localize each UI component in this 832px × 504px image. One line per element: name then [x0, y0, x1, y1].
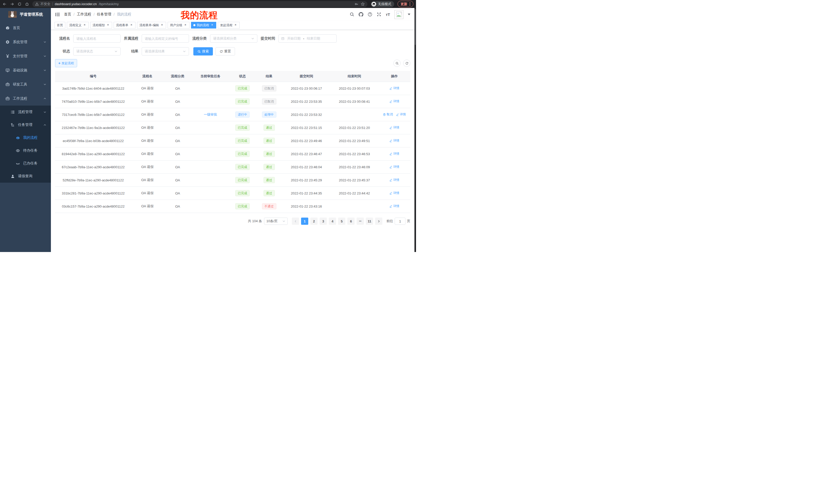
sidebar-menu: 首页系统管理支付管理基础设施研发工具工作流程流程管理任务管理我的流程待办任务已办… [0, 21, 51, 183]
close-icon[interactable]: × [130, 23, 133, 27]
logo[interactable]: 芋道管理系统 [0, 8, 51, 21]
reload-icon[interactable] [18, 2, 22, 6]
page-4-button[interactable]: 4 [329, 218, 336, 225]
avatar[interactable] [394, 10, 404, 19]
status-select[interactable]: 请选择状态 [73, 47, 121, 55]
page-2-button[interactable]: 2 [310, 218, 317, 225]
close-icon[interactable]: × [210, 23, 214, 27]
sidebar-item-done-tasks[interactable]: 已办任务 [0, 157, 51, 170]
detail-link[interactable]: 详情 [389, 138, 399, 143]
collapse-menu-icon[interactable] [55, 12, 60, 17]
tab-process-model[interactable]: 流程模型× [90, 22, 112, 29]
edit-icon [389, 192, 392, 195]
breadcrumb-home[interactable]: 首页 [64, 12, 71, 17]
chevron-up-icon [44, 123, 46, 127]
sidebar-item-payment[interactable]: 支付管理 [0, 49, 51, 63]
sidebar-item-home[interactable]: 首页 [0, 21, 51, 35]
process-definition-input[interactable] [142, 34, 189, 43]
browser-scrollbar[interactable] [414, 8, 416, 252]
github-icon[interactable] [359, 12, 363, 17]
scrollbar-thumb[interactable] [415, 9, 416, 45]
breadcrumb-workflow[interactable]: 工作流程 [77, 12, 91, 17]
tab-process-form[interactable]: 流程表单× [114, 22, 135, 29]
page-6-button[interactable]: 6 [347, 218, 355, 225]
detail-link[interactable]: 详情 [389, 86, 399, 90]
action-links: 详情 [389, 204, 399, 208]
reset-button[interactable]: 重置 [215, 47, 235, 55]
process-name-input[interactable] [73, 34, 121, 43]
sidebar-item-todo-tasks[interactable]: 待办任务 [0, 144, 51, 157]
close-icon[interactable]: × [106, 23, 110, 27]
update-button[interactable]: 更新 [397, 1, 413, 7]
start-process-button[interactable]: + 发起流程 [55, 59, 77, 67]
tab-process-definition[interactable]: 流程定义× [67, 22, 89, 29]
bookmark-star-icon[interactable] [361, 2, 365, 6]
action-label: 详情 [393, 204, 399, 208]
chevron-down-icon [183, 50, 186, 53]
breadcrumb-task-mgmt[interactable]: 任务管理 [97, 12, 111, 17]
sidebar-item-my-process[interactable]: 我的流程 [0, 131, 51, 144]
action-label: 详情 [400, 112, 406, 117]
home-icon[interactable] [25, 2, 29, 6]
show-search-button[interactable] [393, 60, 400, 67]
page-1-button[interactable]: 1 [301, 218, 308, 225]
cancel-link[interactable]: 取消 [383, 112, 393, 117]
tab-process-form-edit[interactable]: 流程表单-编辑× [137, 22, 166, 29]
cell-result: 通过 [256, 147, 283, 161]
detail-link[interactable]: 详情 [389, 191, 399, 195]
detail-link[interactable]: 详情 [389, 125, 399, 130]
sidebar-item-workflow[interactable]: 工作流程 [0, 91, 51, 106]
tab-home[interactable]: 首页 [54, 22, 65, 29]
page-size-select[interactable]: 10条/页 [264, 218, 288, 225]
status-tag: 已完成 [235, 151, 250, 157]
search-button[interactable]: 搜索 [193, 47, 213, 55]
more-pages-button[interactable]: ••• [357, 218, 364, 225]
process-category-select[interactable]: 请选择流程分类 [210, 34, 257, 43]
tab-start-process[interactable]: 发起流程× [218, 22, 240, 29]
close-icon[interactable]: × [83, 23, 86, 27]
current-task-link[interactable]: 一级审批 [204, 112, 217, 117]
close-icon[interactable]: × [234, 23, 237, 27]
page-11-button[interactable]: 11 [366, 218, 373, 225]
back-icon[interactable] [3, 2, 7, 6]
sidebar-item-leave-query[interactable]: 请假查询 [0, 170, 51, 183]
breadcrumb-current: 我的流程 [117, 12, 131, 17]
tab-my-process[interactable]: 我的流程× [191, 22, 216, 29]
page-5-button[interactable]: 5 [338, 218, 345, 225]
result-select[interactable]: 请选择流结果 [142, 47, 189, 55]
menu-dots-icon[interactable] [410, 4, 410, 4]
prev-page-button[interactable] [292, 218, 299, 225]
font-size-icon[interactable]: ᴛT [386, 12, 390, 17]
detail-link[interactable]: 详情 [389, 99, 399, 104]
goto-page-input[interactable] [395, 218, 406, 225]
site-security-badge[interactable]: 不安全 [35, 2, 50, 6]
avatar-dropdown-caret[interactable] [408, 13, 410, 15]
sidebar-item-task-mgmt[interactable]: 任务管理 [0, 118, 51, 131]
cell-end-time: 2022-01-22 23:49:51 [330, 134, 379, 147]
submit-time-range-picker[interactable]: 开始日期 - 结束日期 [279, 34, 337, 43]
detail-link[interactable]: 详情 [389, 165, 399, 169]
detail-link[interactable]: 详情 [396, 112, 406, 117]
page-3-button[interactable]: 3 [319, 218, 327, 225]
cell-result: 通过 [256, 134, 283, 147]
briefcase-icon [5, 96, 10, 101]
close-icon[interactable]: × [184, 23, 187, 27]
detail-link[interactable]: 详情 [389, 204, 399, 208]
detail-link[interactable]: 详情 [389, 151, 399, 156]
forward-icon[interactable] [10, 2, 14, 6]
sidebar-item-devtools[interactable]: 研发工具 [0, 77, 51, 91]
help-icon[interactable] [368, 12, 372, 17]
sidebar-item-process-mgmt[interactable]: 流程管理 [0, 106, 51, 118]
sidebar-item-system[interactable]: 系统管理 [0, 35, 51, 49]
detail-link[interactable]: 详情 [389, 178, 399, 182]
cell-end-time [330, 108, 379, 121]
search-icon[interactable] [350, 12, 354, 17]
refresh-table-button[interactable] [403, 60, 410, 67]
close-icon[interactable]: × [160, 23, 164, 27]
key-icon[interactable] [355, 2, 359, 6]
sidebar-item-infra[interactable]: 基础设施 [0, 63, 51, 77]
next-page-button[interactable] [375, 218, 382, 225]
address-bar[interactable]: 不安全 dashboard.yudao.iocoder.cn/bpm/task/… [32, 1, 367, 7]
fullscreen-icon[interactable] [377, 12, 381, 17]
tab-user-group[interactable]: 用户分组× [167, 22, 189, 29]
